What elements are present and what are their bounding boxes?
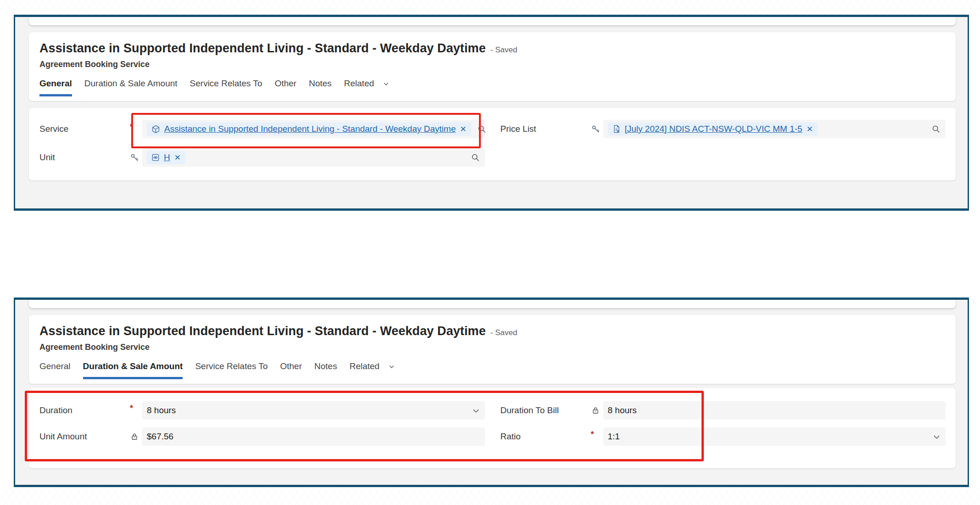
search-icon[interactable]: [470, 152, 480, 163]
tab-related[interactable]: Related: [350, 361, 395, 379]
tab-service-relates-to[interactable]: Service Relates To: [190, 79, 262, 96]
tab-general[interactable]: General: [39, 361, 71, 379]
price-list-lookup-input[interactable]: [July 2024] NDIS ACT-NSW-QLD-VIC MM 1-5 …: [603, 120, 946, 138]
entity-name: Agreement Booking Service: [39, 60, 945, 69]
required-marker: *: [130, 404, 133, 413]
price-list-record-link[interactable]: [July 2024] NDIS ACT-NSW-QLD-VIC MM 1-5: [625, 124, 802, 134]
search-icon[interactable]: [477, 124, 487, 134]
record-header-card: Assistance in Supported Independent Livi…: [29, 32, 956, 101]
product-cube-icon: [151, 124, 161, 134]
duration-label: Duration: [39, 405, 130, 415]
chevron-down-icon: [383, 80, 390, 87]
field-duration: Duration * 8 hours: [39, 401, 485, 420]
panel-general-tab: Assistance in Supported Independent Livi…: [14, 15, 969, 211]
page-title: Assistance in Supported Independent Livi…: [39, 324, 486, 338]
price-list-lookup-pill[interactable]: [July 2024] NDIS ACT-NSW-QLD-VIC MM 1-5 …: [608, 122, 818, 136]
required-marker: *: [130, 122, 133, 132]
remove-value-icon[interactable]: ✕: [174, 153, 181, 163]
unit-record-link[interactable]: H: [164, 152, 170, 163]
duration-section-card: Duration * 8 hours Duration To Bill: [29, 388, 956, 468]
unit-lookup-input[interactable]: H ✕: [142, 148, 485, 167]
search-icon[interactable]: [931, 124, 941, 134]
form-tab-bar: General Duration & Sale Amount Service R…: [39, 361, 945, 379]
page-title: Assistance in Supported Independent Livi…: [39, 41, 486, 56]
background-texture-bottom: [0, 487, 980, 505]
field-unit-amount: Unit Amount $67.56: [39, 427, 485, 446]
lock-icon: [591, 406, 600, 415]
unit-amount-label: Unit Amount: [39, 432, 130, 442]
required-marker: *: [591, 430, 594, 439]
chevron-down-icon[interactable]: [932, 432, 941, 441]
remove-value-icon[interactable]: ✕: [459, 124, 467, 134]
save-status: - Saved: [490, 45, 518, 55]
field-price-list: Price List [July 2024] NDIS ACT-NSW-QLD-…: [501, 120, 946, 138]
tab-duration-sale-amount[interactable]: Duration & Sale Amount: [84, 79, 178, 96]
duration-to-bill-input[interactable]: 8 hours: [603, 401, 946, 420]
tab-other[interactable]: Other: [275, 79, 297, 96]
key-icon: [130, 153, 139, 163]
tab-other[interactable]: Other: [280, 361, 302, 379]
tab-notes[interactable]: Notes: [309, 79, 332, 96]
field-ratio: Ratio * 1:1: [501, 427, 946, 446]
duration-dropdown[interactable]: 8 hours: [142, 401, 485, 420]
tab-related[interactable]: Related: [344, 79, 390, 96]
tab-service-relates-to[interactable]: Service Relates To: [195, 361, 267, 379]
tab-notes[interactable]: Notes: [314, 361, 337, 379]
command-bar-cutoff-card: [29, 17, 956, 25]
price-list-label: Price List: [501, 124, 591, 134]
remove-value-icon[interactable]: ✕: [806, 124, 813, 134]
panel-duration-sale-amount-tab: Assistance in Supported Independent Livi…: [14, 297, 969, 487]
background-texture-top: [0, 0, 980, 15]
tab-duration-sale-amount[interactable]: Duration & Sale Amount: [83, 361, 183, 379]
ratio-dropdown[interactable]: 1:1: [603, 427, 946, 446]
field-service: Service * Assistance in Supported Indepe…: [39, 120, 485, 138]
service-lookup-input[interactable]: Assistance in Supported Independent Livi…: [142, 120, 485, 138]
empty-cell: [501, 148, 946, 167]
service-lookup-pill[interactable]: Assistance in Supported Independent Livi…: [147, 122, 471, 136]
unit-lookup-pill[interactable]: H ✕: [147, 151, 185, 164]
field-unit: Unit H ✕: [39, 148, 485, 167]
record-header-card: Assistance in Supported Independent Livi…: [29, 315, 956, 384]
chevron-down-icon[interactable]: [472, 406, 480, 415]
unit-amount-input[interactable]: $67.56: [142, 427, 485, 446]
unit-label: Unit: [39, 152, 130, 163]
tab-general[interactable]: General: [39, 79, 72, 96]
service-record-link[interactable]: Assistance in Supported Independent Livi…: [164, 124, 456, 134]
entity-name: Agreement Booking Service: [39, 342, 945, 352]
duration-to-bill-label: Duration To Bill: [501, 405, 591, 415]
lock-icon: [130, 432, 139, 441]
field-duration-to-bill: Duration To Bill 8 hours: [501, 401, 946, 420]
general-section-card: Service * Assistance in Supported Indepe…: [29, 108, 956, 180]
service-label: Service: [39, 124, 130, 134]
unit-entity-icon: [151, 153, 160, 162]
form-tab-bar: General Duration & Sale Amount Service R…: [39, 79, 945, 96]
screenshot-stage: Assistance in Supported Independent Livi…: [0, 0, 980, 505]
save-status: - Saved: [490, 328, 518, 337]
key-icon: [591, 124, 601, 134]
chevron-down-icon: [388, 363, 395, 370]
price-list-document-icon: [612, 124, 621, 134]
command-bar-cutoff-card: [29, 300, 956, 308]
ratio-label: Ratio: [501, 432, 591, 442]
